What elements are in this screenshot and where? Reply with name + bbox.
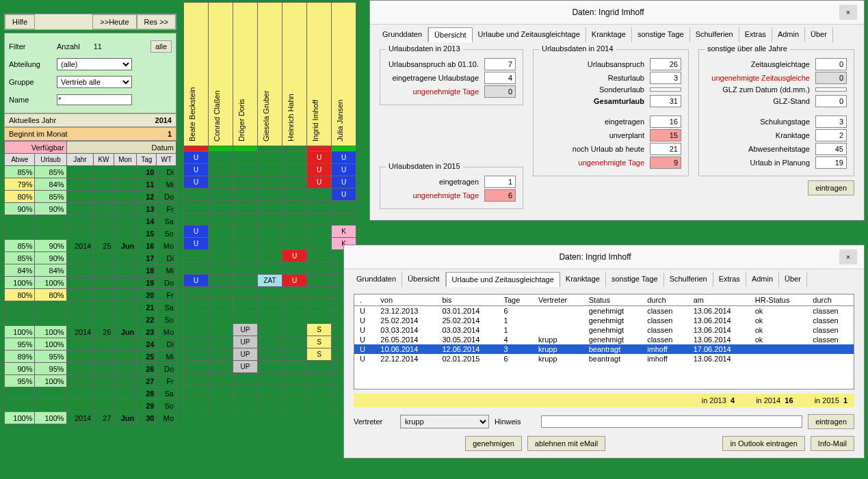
plan-cell[interactable] (233, 176, 258, 189)
list-col[interactable]: Status (583, 295, 642, 306)
calendar-row[interactable]: 29So (5, 400, 176, 412)
plan-cell[interactable] (282, 398, 307, 410)
plan-cell[interactable]: U (332, 189, 356, 201)
plan-cell[interactable] (282, 164, 307, 176)
vertreter-select[interactable]: krupp (400, 415, 489, 428)
help-button[interactable]: Hilfe (5, 14, 35, 29)
plan-cell[interactable]: ZAT (258, 275, 282, 287)
plan-cell[interactable]: U (184, 152, 209, 164)
plan-cell[interactable] (307, 385, 332, 398)
plan-cell[interactable] (184, 287, 209, 299)
list-col[interactable]: durch (807, 295, 854, 306)
plan-cell[interactable] (209, 152, 233, 164)
res-button[interactable]: Res >> (137, 14, 176, 29)
plan-cell[interactable] (209, 164, 233, 176)
calendar-row[interactable]: 89%95%25Mi (5, 351, 176, 363)
plan-cell[interactable] (184, 201, 209, 213)
person-column[interactable]: Beate Beckstein (184, 3, 209, 146)
plan-cell[interactable] (282, 299, 307, 312)
close-icon[interactable]: × (839, 5, 857, 20)
list-col[interactable]: HR-Status (750, 295, 808, 306)
plan-cell[interactable] (233, 312, 258, 324)
plan-cell[interactable] (282, 176, 307, 189)
plan-cell[interactable]: U (332, 152, 356, 164)
tab[interactable]: Übersicht (402, 272, 445, 287)
plan-cell[interactable] (258, 176, 282, 189)
plan-cell[interactable] (307, 361, 332, 373)
tab[interactable]: Urlaube und Zeitausgleichtage (446, 272, 560, 287)
plan-cell[interactable] (209, 312, 233, 324)
plan-cell[interactable] (307, 398, 332, 410)
plan-cell[interactable] (233, 299, 258, 312)
plan-cell[interactable] (209, 299, 233, 312)
calendar-row[interactable]: 85%85%10Di (5, 166, 176, 178)
person-column[interactable]: Julia Jansen (332, 3, 356, 146)
plan-cell[interactable]: U (332, 176, 356, 189)
plan-cell[interactable] (307, 312, 332, 324)
plan-cell[interactable] (282, 189, 307, 201)
plan-cell[interactable] (258, 324, 282, 336)
plan-cell[interactable] (282, 361, 307, 373)
plan-cell[interactable] (209, 324, 233, 336)
plan-cell[interactable]: S (307, 348, 332, 361)
plan-cell[interactable] (282, 238, 307, 250)
person-column[interactable]: Dröger Doris (233, 3, 258, 146)
plan-cell[interactable] (233, 164, 258, 176)
plan-cell[interactable] (258, 238, 282, 250)
calendar-row[interactable]: 90%95%26Do (5, 363, 176, 375)
plan-cell[interactable] (209, 348, 233, 361)
tab[interactable]: Schulferien (690, 27, 739, 42)
tab[interactable]: Admin (772, 27, 805, 42)
plan-cell[interactable] (184, 348, 209, 361)
plan-cell[interactable] (258, 373, 282, 385)
plan-cell[interactable] (307, 299, 332, 312)
list-col[interactable]: am (688, 295, 750, 306)
tab[interactable]: Schulferien (664, 272, 713, 287)
list-row[interactable]: U03.03.201403.03.20141genehmigtclassen13… (354, 325, 854, 335)
plan-cell[interactable] (233, 262, 258, 275)
plan-cell[interactable] (258, 348, 282, 361)
tab[interactable]: Extras (739, 27, 772, 42)
plan-cell[interactable] (184, 373, 209, 385)
tab[interactable]: sonstige Tage (632, 27, 690, 42)
plan-cell[interactable] (209, 250, 233, 262)
plan-cell[interactable]: U (282, 275, 307, 287)
calendar-row[interactable]: 95%100%24Di (5, 338, 176, 351)
calendar-row[interactable]: 79%84%11Mi (5, 178, 176, 191)
plan-cell[interactable] (332, 201, 356, 213)
plan-cell[interactable]: UP (233, 361, 258, 373)
plan-cell[interactable] (209, 373, 233, 385)
plan-cell[interactable] (209, 287, 233, 299)
plan-cell[interactable] (282, 336, 307, 348)
plan-cell[interactable]: UP (233, 324, 258, 336)
tab[interactable]: sonstige Tage (606, 272, 664, 287)
plan-cell[interactable] (184, 213, 209, 225)
plan-cell[interactable]: U (184, 275, 209, 287)
close-icon[interactable]: × (839, 249, 857, 264)
info-mail-button[interactable]: Info-Mail (811, 436, 854, 451)
plan-cell[interactable] (233, 275, 258, 287)
plan-cell[interactable] (184, 398, 209, 410)
tab[interactable]: Über (779, 272, 807, 287)
tab[interactable]: Urlaube und Zeitausgleichtage (473, 27, 586, 42)
tab[interactable]: Übersicht (428, 27, 472, 42)
plan-cell[interactable] (184, 299, 209, 312)
plan-cell[interactable] (282, 213, 307, 225)
today-button[interactable]: >>Heute (92, 14, 136, 29)
hinweis-input[interactable] (541, 415, 802, 428)
plan-cell[interactable] (209, 238, 233, 250)
plan-cell[interactable] (307, 213, 332, 225)
plan-cell[interactable]: S (307, 324, 332, 336)
plan-cell[interactable] (307, 287, 332, 299)
person-column[interactable]: Heinrich Hahn (282, 3, 307, 146)
eintragen-button-2[interactable]: eintragen (808, 414, 854, 429)
all-button[interactable]: alle (150, 40, 172, 53)
plan-cell[interactable]: K (332, 225, 356, 238)
list-col[interactable]: . (354, 295, 375, 306)
plan-cell[interactable] (209, 361, 233, 373)
calendar-row[interactable]: 80%85%12Do (5, 191, 176, 203)
plan-cell[interactable] (282, 152, 307, 164)
plan-cell[interactable] (258, 164, 282, 176)
calendar-row[interactable]: 85%90%201425Jun16Mo (5, 240, 176, 252)
plan-cell[interactable] (282, 201, 307, 213)
